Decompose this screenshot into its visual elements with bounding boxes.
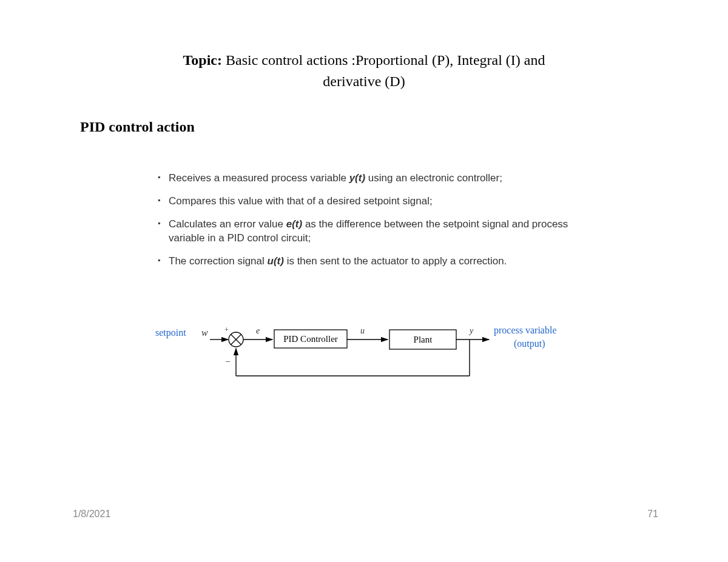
label-controller: PID Controller [283, 334, 338, 344]
label-e: e [256, 326, 260, 335]
label-setpoint: setpoint [155, 327, 186, 338]
section-title: PID control action [80, 119, 195, 135]
label-plant: Plant [414, 335, 433, 344]
bullet-2: Compares this value with that of a desir… [158, 194, 582, 209]
topic-label: Topic: [183, 52, 222, 68]
bullet-4: The correction signal u(t) is then sent … [158, 254, 582, 269]
footer-date: 1/8/2021 [73, 509, 110, 520]
topic-text: Basic control actions :Proportional (P),… [226, 52, 545, 89]
var-y-t: y(t) [349, 172, 365, 184]
bullet-list: Receives a measured process variable y(t… [158, 171, 582, 277]
var-u-t: u(t) [268, 255, 284, 267]
label-output-1: process variable [494, 325, 557, 336]
bullet-3: Calculates an error value e(t) as the di… [158, 217, 582, 246]
label-plus: + [224, 326, 229, 334]
block-diagram: setpoint w + e PID Controller u [154, 321, 591, 394]
label-w: w [201, 327, 208, 338]
bullet-1: Receives a measured process variable y(t… [158, 171, 582, 186]
label-output-2: (output) [514, 338, 545, 349]
label-minus: – [225, 356, 231, 366]
label-y: y [468, 326, 474, 335]
footer-page-number: 71 [647, 509, 658, 520]
slide-topic: Topic: Basic control actions :Proportion… [158, 50, 570, 92]
var-e-t: e(t) [286, 218, 302, 230]
slide: Topic: Basic control actions :Proportion… [0, 0, 728, 562]
label-u: u [360, 326, 365, 335]
